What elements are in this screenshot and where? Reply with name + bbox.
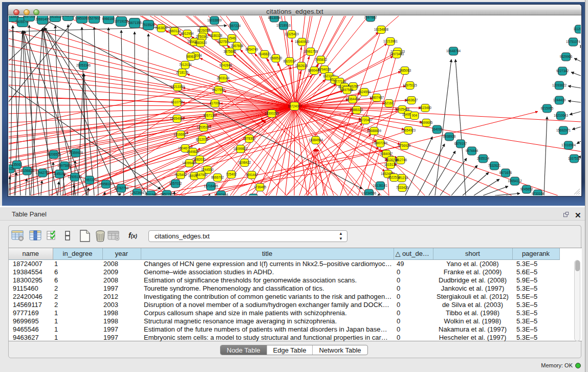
svg-text:18807249: 18807249 xyxy=(373,141,388,145)
svg-text:6879197: 6879197 xyxy=(454,142,467,145)
svg-text:16033809: 16033809 xyxy=(207,18,222,22)
svg-text:4483920: 4483920 xyxy=(194,41,207,45)
svg-text:1546: 1546 xyxy=(228,36,236,40)
svg-text:9084067: 9084067 xyxy=(380,152,393,156)
svg-text:3267130: 3267130 xyxy=(203,114,216,117)
svg-text:1244419: 1244419 xyxy=(553,98,566,102)
svg-text:18724007: 18724007 xyxy=(288,104,302,108)
svg-text:10688609: 10688609 xyxy=(367,129,382,133)
svg-text:164095: 164095 xyxy=(431,127,443,131)
svg-text:10958107: 10958107 xyxy=(99,182,114,186)
svg-text:7515526: 7515526 xyxy=(142,23,155,27)
svg-text:3624554: 3624554 xyxy=(358,90,371,94)
svg-text:10973493: 10973493 xyxy=(389,52,404,56)
svg-text:16154808: 16154808 xyxy=(374,28,389,31)
svg-text:8186328: 8186328 xyxy=(210,34,223,37)
svg-text:8471676: 8471676 xyxy=(499,171,512,174)
svg-text:18300295: 18300295 xyxy=(265,112,279,115)
svg-text:9937533: 9937533 xyxy=(23,16,36,18)
svg-text:10807487: 10807487 xyxy=(369,96,384,99)
svg-text:1447903: 1447903 xyxy=(195,173,208,177)
svg-text:9057012: 9057012 xyxy=(169,182,182,185)
svg-text:20364436: 20364436 xyxy=(345,97,360,101)
svg-text:19218916: 19218916 xyxy=(276,24,291,27)
svg-text:1167533: 1167533 xyxy=(568,157,581,160)
svg-text:62160: 62160 xyxy=(384,101,394,105)
svg-text:12213961: 12213961 xyxy=(383,39,398,43)
svg-text:7357224: 7357224 xyxy=(228,24,241,28)
svg-text:7955812: 7955812 xyxy=(315,58,328,61)
svg-text:10648784: 10648784 xyxy=(446,49,461,53)
svg-text:1145194: 1145194 xyxy=(53,172,66,176)
svg-text:9756928: 9756928 xyxy=(398,144,411,147)
svg-text:16136141: 16136141 xyxy=(373,184,388,187)
svg-text:12975115: 12975115 xyxy=(403,83,417,87)
svg-text:12505135: 12505135 xyxy=(68,175,82,179)
svg-text:10719155: 10719155 xyxy=(114,19,129,23)
svg-text:11156829: 11156829 xyxy=(20,169,34,172)
svg-text:8454749: 8454749 xyxy=(246,48,258,51)
svg-text:1112045: 1112045 xyxy=(573,27,581,31)
svg-text:9660124: 9660124 xyxy=(168,29,181,33)
svg-text:9198422: 9198422 xyxy=(238,161,251,164)
svg-text:10853267: 10853267 xyxy=(75,16,90,20)
svg-text:1691447: 1691447 xyxy=(246,173,258,177)
svg-text:15692971: 15692971 xyxy=(556,128,571,132)
svg-text:7663822: 7663822 xyxy=(155,26,168,30)
svg-text:1736465: 1736465 xyxy=(254,185,267,189)
svg-text:9733104: 9733104 xyxy=(532,192,545,195)
svg-text:9146821: 9146821 xyxy=(258,52,271,56)
svg-text:9329966: 9329966 xyxy=(560,55,573,58)
svg-text:9474444: 9474444 xyxy=(466,149,478,152)
svg-text:417006: 417006 xyxy=(209,101,221,105)
svg-text:1903511: 1903511 xyxy=(49,16,62,18)
svg-text:2935114: 2935114 xyxy=(477,157,490,160)
svg-text:7625402: 7625402 xyxy=(175,173,187,177)
svg-text:19654983: 19654983 xyxy=(170,117,185,120)
svg-text:7912034: 7912034 xyxy=(179,63,192,67)
svg-text:16099822: 16099822 xyxy=(233,147,248,150)
svg-text:17016504: 17016504 xyxy=(561,143,576,147)
svg-text:1362615: 1362615 xyxy=(295,64,308,68)
svg-text:10234556: 10234556 xyxy=(362,191,377,195)
svg-text:14099489: 14099489 xyxy=(182,161,197,165)
svg-text:19384554: 19384554 xyxy=(309,138,323,142)
svg-text:19654923: 19654923 xyxy=(401,128,416,132)
svg-text:1878302: 1878302 xyxy=(243,137,256,140)
svg-text:6794028: 6794028 xyxy=(318,68,331,71)
svg-text:8813054: 8813054 xyxy=(268,16,281,19)
svg-text:20691406: 20691406 xyxy=(35,17,50,21)
svg-text:8226058: 8226058 xyxy=(198,29,210,32)
svg-text:7986322: 7986322 xyxy=(351,108,363,112)
svg-text:11092404: 11092404 xyxy=(214,193,228,195)
svg-text:8912954: 8912954 xyxy=(181,32,194,35)
svg-text:10654112: 10654112 xyxy=(508,179,522,183)
svg-text:8666702: 8666702 xyxy=(211,176,224,179)
svg-text:3875685: 3875685 xyxy=(224,50,236,53)
svg-text:10961758: 10961758 xyxy=(303,50,318,53)
svg-text:11325419: 11325419 xyxy=(285,32,299,36)
svg-text:8938928: 8938928 xyxy=(443,135,456,138)
svg-text:8322037: 8322037 xyxy=(284,59,296,63)
svg-text:8215955: 8215955 xyxy=(541,106,554,110)
svg-text:18640910: 18640910 xyxy=(295,40,310,43)
svg-text:8701945: 8701945 xyxy=(145,193,158,195)
svg-text:12923446: 12923446 xyxy=(130,191,145,194)
svg-text:9082031: 9082031 xyxy=(193,158,206,161)
svg-text:98961: 98961 xyxy=(186,55,195,58)
svg-text:8427552: 8427552 xyxy=(212,88,225,92)
svg-text:904: 904 xyxy=(412,114,418,117)
svg-text:16782759: 16782759 xyxy=(114,186,129,190)
svg-text:9245652: 9245652 xyxy=(520,187,533,191)
svg-text:17942757: 17942757 xyxy=(35,171,50,174)
svg-text:13535394: 13535394 xyxy=(197,125,211,129)
svg-text:17359928: 17359928 xyxy=(69,151,83,155)
svg-text:7485063: 7485063 xyxy=(399,69,411,72)
svg-text:15720407: 15720407 xyxy=(358,118,373,122)
svg-text:2087682: 2087682 xyxy=(364,16,377,19)
svg-text:12213359: 12213359 xyxy=(170,85,185,89)
svg-text:725402: 725402 xyxy=(226,172,237,176)
svg-text:10462334: 10462334 xyxy=(61,16,76,17)
svg-text:2803144: 2803144 xyxy=(217,76,230,80)
svg-text:12093822: 12093822 xyxy=(552,83,567,87)
